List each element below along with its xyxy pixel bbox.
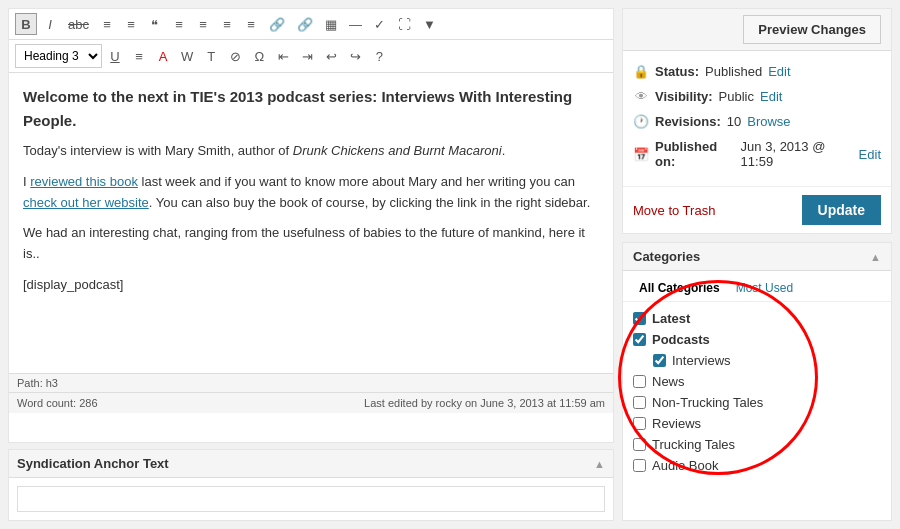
revisions-icon: 🕐: [633, 114, 649, 129]
website-link[interactable]: check out her website: [23, 195, 149, 210]
para3: We had an interesting chat, ranging from…: [23, 223, 599, 265]
syndication-title: Syndication Anchor Text: [17, 456, 169, 471]
blockquote-button[interactable]: ❝: [144, 13, 166, 35]
revisions-row: 🕐 Revisions: 10 Browse: [633, 109, 881, 134]
status-icon: 🔒: [633, 64, 649, 79]
editor-content[interactable]: Welcome to the next in TIE's 2013 podcas…: [9, 73, 613, 373]
insert-image-button[interactable]: ▦: [320, 13, 342, 35]
revisions-browse-link[interactable]: Browse: [747, 114, 790, 129]
categories-collapse[interactable]: ▲: [870, 251, 881, 263]
calendar-icon: 📅: [633, 147, 649, 162]
category-item: Latest: [633, 308, 881, 329]
ul-button[interactable]: ≡: [96, 13, 118, 35]
ol-button[interactable]: ≡: [120, 13, 142, 35]
spellcheck-button[interactable]: ✓: [369, 13, 391, 35]
category-item: Audio Book: [633, 455, 881, 476]
category-checkbox-trucking-tales[interactable]: [633, 438, 646, 451]
syndication-body: [9, 478, 613, 520]
category-label[interactable]: Trucking Tales: [652, 437, 735, 452]
text-color-button[interactable]: A: [152, 45, 174, 67]
category-label[interactable]: Interviews: [672, 353, 731, 368]
special-char-button[interactable]: Ω: [248, 45, 270, 67]
insert-more-button[interactable]: —: [344, 13, 367, 35]
category-checkbox-latest[interactable]: [633, 312, 646, 325]
post-heading: Welcome to the next in TIE's 2013 podcas…: [23, 85, 599, 133]
help-button[interactable]: ?: [368, 45, 390, 67]
category-label[interactable]: News: [652, 374, 685, 389]
move-to-trash-link[interactable]: Move to Trash: [633, 203, 715, 218]
word-count: Word count: 286: [17, 397, 98, 409]
shortcode: [display_podcast]: [23, 275, 599, 296]
publish-box: Preview Changes 🔒 Status: Published Edit…: [622, 8, 892, 234]
category-label[interactable]: Podcasts: [652, 332, 710, 347]
categories-title: Categories: [633, 249, 700, 264]
para2: I reviewed this book last week and if yo…: [23, 172, 599, 214]
redo-button[interactable]: ↪: [344, 45, 366, 67]
strikethrough-button[interactable]: abc: [63, 13, 94, 35]
italic-button[interactable]: I: [39, 13, 61, 35]
category-label[interactable]: Reviews: [652, 416, 701, 431]
align-center-button[interactable]: ≡: [192, 13, 214, 35]
published-row: 📅 Published on: Jun 3, 2013 @ 11:59 Edit: [633, 134, 881, 174]
underline-button[interactable]: U: [104, 45, 126, 67]
status-row: 🔒 Status: Published Edit: [633, 59, 881, 84]
publish-actions: Move to Trash Update: [623, 186, 891, 233]
category-checkbox-reviews[interactable]: [633, 417, 646, 430]
category-checkbox-interviews[interactable]: [653, 354, 666, 367]
justify-button[interactable]: ≡: [128, 45, 150, 67]
kitchen-sink-button[interactable]: ▼: [418, 13, 441, 35]
unlink-button[interactable]: 🔗: [292, 13, 318, 35]
align-left-button[interactable]: ≡: [168, 13, 190, 35]
undo-button[interactable]: ↩: [320, 45, 342, 67]
clear-format-button[interactable]: ⊘: [224, 45, 246, 67]
bold-button[interactable]: B: [15, 13, 37, 35]
align-right-button[interactable]: ≡: [216, 13, 238, 35]
status-edit-link[interactable]: Edit: [768, 64, 790, 79]
category-item: Interviews: [633, 350, 881, 371]
category-label[interactable]: Non-Trucking Tales: [652, 395, 763, 410]
publish-header: Preview Changes: [623, 9, 891, 51]
category-checkbox-news[interactable]: [633, 375, 646, 388]
toolbar-row1: B I abc ≡ ≡ ❝ ≡ ≡ ≡ ≡ 🔗 🔗 ▦ — ✓ ⛶ ▼: [9, 9, 613, 40]
format-select[interactable]: Heading 3 Paragraph Heading 1 Heading 2 …: [15, 44, 102, 68]
toolbar-row2: Heading 3 Paragraph Heading 1 Heading 2 …: [9, 40, 613, 73]
last-edited: Last edited by rocky on June 3, 2013 at …: [364, 397, 605, 409]
category-checkbox-non-trucking-tales[interactable]: [633, 396, 646, 409]
visibility-icon: 👁: [633, 89, 649, 104]
visibility-edit-link[interactable]: Edit: [760, 89, 782, 104]
fullscreen-button[interactable]: ⛶: [393, 13, 416, 35]
category-item: Reviews: [633, 413, 881, 434]
categories-header: Categories ▲: [623, 243, 891, 271]
path-bar: Path: h3: [9, 373, 613, 392]
indent-button[interactable]: ⇥: [296, 45, 318, 67]
preview-changes-button[interactable]: Preview Changes: [743, 15, 881, 44]
outdent-button[interactable]: ⇤: [272, 45, 294, 67]
update-button[interactable]: Update: [802, 195, 881, 225]
tab-all-categories[interactable]: All Categories: [633, 279, 726, 297]
link-button[interactable]: 🔗: [264, 13, 290, 35]
published-edit-link[interactable]: Edit: [859, 147, 881, 162]
category-checkbox-podcasts[interactable]: [633, 333, 646, 346]
cat-tabs: All Categories Most Used: [623, 271, 891, 302]
publish-body: 🔒 Status: Published Edit 👁 Visibility: P…: [623, 51, 891, 182]
category-label[interactable]: Latest: [652, 311, 690, 326]
category-item: Trucking Tales: [633, 434, 881, 455]
tab-most-used[interactable]: Most Used: [730, 279, 799, 297]
categories-box: Categories ▲ All Categories Most Used La…: [622, 242, 892, 521]
syndication-collapse[interactable]: ▲: [594, 458, 605, 470]
paste-text-button[interactable]: T: [200, 45, 222, 67]
category-checkbox-audio-book[interactable]: [633, 459, 646, 472]
category-item: Podcasts: [633, 329, 881, 350]
syndication-panel: Syndication Anchor Text ▲: [8, 449, 614, 521]
paste-word-button[interactable]: W: [176, 45, 198, 67]
cat-list: LatestPodcastsInterviewsNewsNon-Trucking…: [623, 302, 891, 482]
category-item: Non-Trucking Tales: [633, 392, 881, 413]
category-label[interactable]: Audio Book: [652, 458, 719, 473]
editor-footer: Word count: 286 Last edited by rocky on …: [9, 392, 613, 413]
align-justify-button[interactable]: ≡: [240, 13, 262, 35]
syndication-header: Syndication Anchor Text ▲: [9, 450, 613, 478]
reviewed-link[interactable]: reviewed this book: [30, 174, 138, 189]
sidebar: Preview Changes 🔒 Status: Published Edit…: [622, 8, 892, 521]
syndication-input[interactable]: [17, 486, 605, 512]
category-item: News: [633, 371, 881, 392]
